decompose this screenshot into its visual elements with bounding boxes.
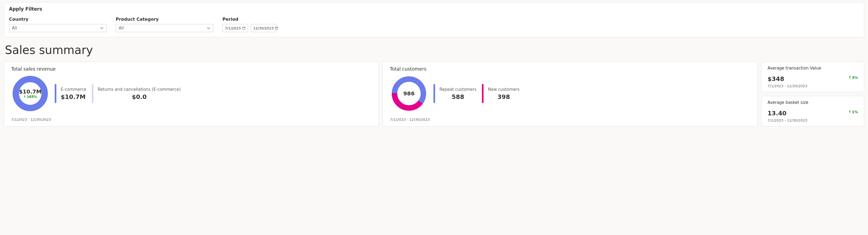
filter-period: Period 7/1/2023 12/30/2023 — [222, 17, 276, 32]
period-end-input[interactable]: 12/30/2023 — [251, 24, 276, 32]
card-total-customers: Total customers 986 Repeat customers 588 — [382, 62, 757, 126]
bar-indicator-icon — [433, 84, 435, 103]
avg-transaction-delta: ↗3% — [848, 76, 858, 80]
summary-cards: Total sales revenue $10.7M ↗165% E-comme… — [4, 62, 864, 126]
repeat-value: 588 — [452, 93, 464, 100]
bar-indicator-icon — [92, 84, 93, 103]
returns-value: $0.0 — [132, 93, 147, 100]
filters-card: Apply Filters Country All Product Catego… — [4, 2, 864, 37]
card-title: Total sales revenue — [11, 66, 371, 72]
period-start-input[interactable]: 7/1/2023 — [222, 24, 248, 32]
country-select-value: All — [12, 26, 17, 31]
avg-basket-title: Average basket size — [768, 100, 858, 105]
metric-ecommerce: E-commerce $10.7M — [55, 84, 86, 103]
calendar-icon — [242, 26, 246, 30]
repeat-label: Repeat customers — [439, 87, 476, 92]
filters-title: Apply Filters — [9, 6, 859, 12]
page-title: Sales summary — [5, 43, 864, 57]
bar-indicator-icon — [55, 84, 56, 103]
card-total-sales-revenue: Total sales revenue $10.7M ↗165% E-comme… — [4, 62, 379, 126]
revenue-donut: $10.7M ↗165% — [11, 75, 49, 113]
side-column: Average transaction Value $348 ↗3% 7/1/2… — [761, 62, 864, 126]
card-title: Total customers — [390, 66, 750, 72]
new-label: New customers — [488, 87, 520, 92]
avg-transaction-title: Average transaction Value — [768, 66, 858, 70]
customers-date-range: 7/1/2023 - 12/30/2023 — [390, 117, 750, 122]
filter-period-label: Period — [222, 17, 276, 22]
category-select-value: All — [119, 26, 124, 31]
donut-center: $10.7M ↗165% — [11, 75, 49, 113]
returns-label: Returns and cancellations (E-commerce) — [98, 87, 181, 92]
avg-basket-value: 13.40 — [768, 110, 786, 117]
card-average-transaction-value: Average transaction Value $348 ↗3% 7/1/2… — [761, 62, 864, 92]
revenue-date-range: 7/1/2023 - 12/30/2023 — [11, 117, 371, 122]
filters-row: Country All Product Category All Period … — [9, 17, 859, 32]
ecommerce-value: $10.7M — [61, 93, 86, 100]
metric-returns: Returns and cancellations (E-commerce) $… — [92, 84, 181, 103]
revenue-total-value: $10.7M — [19, 88, 41, 95]
avg-basket-delta: ↗1% — [848, 110, 858, 114]
customers-total-value: 986 — [403, 90, 415, 97]
category-select[interactable]: All — [116, 24, 213, 32]
chevron-down-icon — [100, 26, 103, 30]
new-value: 398 — [497, 93, 510, 100]
revenue-row: $10.7M ↗165% E-commerce $10.7M Returns a… — [11, 75, 371, 113]
filter-country: Country All — [9, 17, 106, 32]
ecommerce-label: E-commerce — [61, 87, 86, 92]
metric-repeat-customers: Repeat customers 588 — [433, 84, 476, 103]
calendar-icon — [275, 26, 278, 30]
bar-indicator-icon — [482, 84, 484, 103]
donut-center: 986 — [390, 75, 428, 113]
avg-basket-range: 7/1/2023 - 12/30/2023 — [768, 118, 858, 122]
avg-transaction-value: $348 — [768, 76, 784, 82]
avg-transaction-range: 7/1/2023 - 12/30/2023 — [768, 84, 858, 88]
svg-rect-4 — [275, 27, 278, 29]
filter-country-label: Country — [9, 17, 106, 22]
filter-category-label: Product Category — [116, 17, 213, 22]
customers-donut: 986 — [390, 75, 428, 113]
card-average-basket-size: Average basket size 13.40 ↗1% 7/1/2023 -… — [761, 96, 864, 126]
customers-row: 986 Repeat customers 588 New customers 3… — [390, 75, 750, 113]
period-end-value: 12/30/2023 — [253, 26, 274, 30]
revenue-delta: ↗165% — [23, 95, 37, 99]
chevron-down-icon — [207, 26, 210, 30]
period-start-value: 7/1/2023 — [225, 26, 241, 30]
metric-new-customers: New customers 398 — [482, 84, 520, 103]
filter-category: Product Category All — [116, 17, 213, 32]
country-select[interactable]: All — [9, 24, 106, 32]
period-inputs: 7/1/2023 12/30/2023 — [222, 24, 276, 32]
svg-rect-0 — [242, 27, 245, 29]
